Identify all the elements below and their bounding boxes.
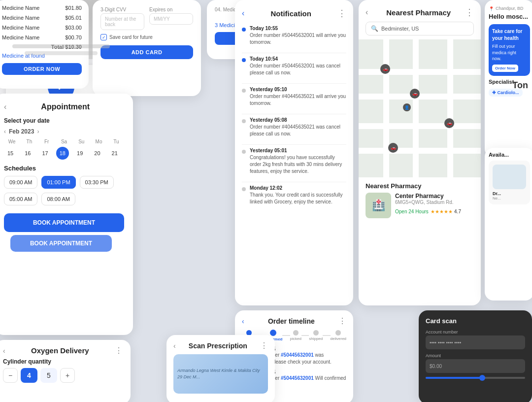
scan-title: Scan Prescription [189,342,247,350]
card-scan-input1-text: •••• •••• •••• •••• [430,340,461,345]
blur-bar-2 [25,51,98,55]
prescription-handwriting: Armando Legna West Kimle & Makita City 2… [177,368,264,380]
oxygen-increment-btn[interactable]: + [60,368,75,383]
appointment-back[interactable]: ‹ [4,102,6,111]
step-line-2 [282,335,290,336]
schedules-label: Schedules [4,165,124,172]
calendar-grid: We Th Fr Sa Su Mo Tu 15 16 17 18 19 20 2… [4,138,124,160]
specialist-card-1: Dr... Ne... [489,161,530,204]
order-item-3: Medicine Name $03.00 [0,23,89,33]
cal-day-15[interactable]: 15 [4,147,17,160]
notification-back[interactable]: ‹ [242,9,244,18]
pharmacy-card-detail: 🏥 Center Pharmacy 6MG5+QWG, Stadium Rd. … [366,193,474,218]
item-price-1: $01.80 [65,5,82,11]
card-scan-slider[interactable] [426,377,525,379]
card-specialists: Availa... Dr... Ne... [485,148,532,301]
pharmacy-map-title: Nearest Pharmacy [386,8,451,17]
order-now-button[interactable]: ORDER NOW [2,63,82,75]
card-notification: ‹ Notification ⋮ Today 10:55 Order numbe… [235,0,353,305]
notif-dot-1 [242,58,246,62]
timeline-order-link-1[interactable]: #50445632001 [281,375,314,381]
cal-day-19[interactable]: 19 [73,147,86,160]
oxygen-decrement-btn[interactable]: − [3,368,18,383]
notif-item-0: Today 10:55 Order number #50445632001 wi… [242,26,346,46]
schedule-row-1: 09:00 AM 01:00 PM 03:30 PM [4,176,124,189]
card-scan-right: Card scan Account number •••• •••• •••• … [419,310,532,402]
item-name-3: Medicine Name [2,25,39,31]
timeline-back-btn[interactable]: ‹ [242,317,244,325]
cal-day-20[interactable]: 20 [91,147,103,160]
card-add-card: 3-Digit CVV Number at the back Expires o… [93,0,201,96]
cal-header-we: We [4,138,20,145]
scan-menu[interactable]: ⋮ [260,341,268,350]
book-appointment-btn[interactable]: BOOK APPOINTMENT [4,213,124,232]
map-person-pin: 👤 [403,103,411,111]
cvv-input[interactable]: Number at the back [100,13,144,30]
save-card-checkbox[interactable] [100,34,107,40]
location-icon: 📍 [489,6,494,11]
notif-text-3: Order number #40445635021 was cancel ple… [250,124,346,137]
save-card-row: Save card for future [100,34,193,40]
notif-item-4: Yesterday 05:01 Congratulations! you hav… [242,148,346,175]
slot-500am[interactable]: 05:00 AM [4,193,37,205]
slider-fill [426,377,485,379]
pharmacy-hours: Open 24 Hours [395,209,429,214]
notif-text-0: Order number #50445632001 will arrive yo… [250,32,346,46]
slot-330pm[interactable]: 03:30 PM [80,176,114,189]
canvas: Medicine Name $01.80 Medicine Name $05.0… [0,0,532,402]
cal-day-18[interactable]: 18 [56,147,69,160]
notification-header: ‹ Notification ⋮ [242,8,346,19]
scan-back-btn[interactable]: ‹ [173,342,176,350]
prev-month-btn[interactable]: ‹ [4,128,6,135]
slot-900am[interactable]: 09:00 AM [4,176,37,189]
step-line-3 [301,335,309,336]
search-icon: 🔍 [371,25,378,32]
pharmacy-back-btn[interactable]: ‹ [366,8,368,17]
ton-label: Ton [508,76,532,95]
hello-order-now-btn[interactable]: Order Now [492,65,518,72]
notif-item-2: Yesterday 05:10 Order number #4044563502… [242,87,346,107]
appointment-title: Appointment [41,102,90,111]
timeline-order-link-0[interactable]: #50445632001 [281,352,314,358]
card-scan-label1: Account number [426,330,525,335]
card-pharmacy-map: ‹ Nearest Pharmacy ⋮ 🔍 Bedminster, US 🚗 … [359,0,481,305]
map-pin-2: 🚗 [410,89,420,99]
order-item-2: Medicine Name $05.01 [0,13,89,23]
oxygen-menu[interactable]: ⋮ [115,346,123,355]
card-scan-input2-text: $0.00 [430,364,442,369]
notification-menu[interactable]: ⋮ [337,8,346,19]
expires-input[interactable]: MM/YY [149,13,193,25]
pharmacy-search-bar[interactable]: 🔍 Bedminster, US [366,22,474,35]
pharmacy-stars: ★★★★★ [431,209,454,214]
pharmacy-info: Nearest Pharmacy 🏥 Center Pharmacy 6MG5+… [359,177,481,223]
item-name-4: Medicine Name [2,34,39,40]
cal-day-16[interactable]: 16 [21,147,34,160]
timeline-title: Order timeline [268,317,315,325]
next-month-btn[interactable]: › [37,128,39,135]
slot-800am[interactable]: 08:00 AM [41,193,75,205]
notif-text-2: Order number #40445635021 will arrive yo… [250,93,346,107]
map-pin-3: 🚗 [444,118,454,128]
cal-header-su: Su [73,138,89,145]
card-scan-input2[interactable]: $0.00 [426,359,525,373]
hello-banner-title: Take care for your health [492,28,527,42]
pharmacy-map-menu[interactable]: ⋮ [465,7,474,18]
slot-100pm[interactable]: 01:00 PM [41,176,75,189]
timeline-menu[interactable]: ⋮ [338,316,346,326]
item-price-4: $00.70 [65,34,82,40]
card-scan-input1[interactable]: •••• •••• •••• •••• [426,335,525,349]
add-card-button[interactable]: ADD CARD [100,45,193,59]
notif-dot-3 [242,119,246,123]
item-name-2: Medicine Name [2,15,39,21]
notif-time-2: Yesterday 05:10 [250,87,346,92]
save-card-label: Save card for future [109,34,153,40]
cal-day-17[interactable]: 17 [39,147,52,160]
notif-time-0: Today 10:55 [250,26,346,31]
timeline-header: ‹ Order timeline ⋮ [242,316,346,326]
step-delivered: delivered [331,330,346,341]
oxygen-qty-label: Cylinder quantity [3,358,123,365]
pharmacy-name: Center Pharmacy [395,193,461,200]
cal-day-21[interactable]: 21 [108,147,121,160]
oxygen-back-btn[interactable]: ‹ [3,347,5,355]
notif-time-5: Monday 12:02 [250,185,346,191]
